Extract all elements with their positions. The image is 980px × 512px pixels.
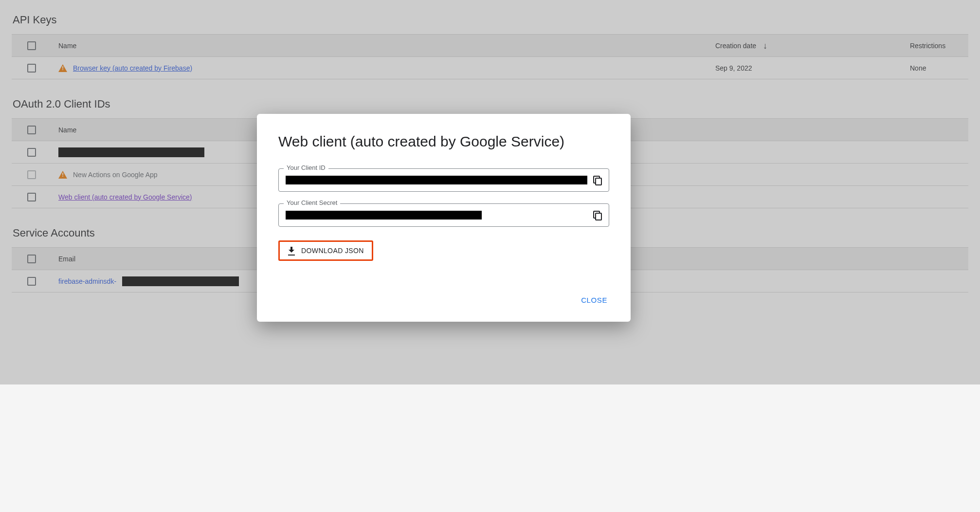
oauth-client-dialog: Web client (auto created by Google Servi… — [257, 114, 631, 322]
client-id-field: Your Client ID — [278, 168, 609, 192]
client-secret-value-redacted — [286, 211, 482, 219]
copy-icon[interactable] — [593, 211, 602, 219]
download-json-button[interactable]: DOWNLOAD JSON — [278, 240, 373, 261]
close-button[interactable]: CLOSE — [579, 292, 609, 308]
download-icon — [288, 247, 295, 255]
dialog-title: Web client (auto created by Google Servi… — [278, 133, 609, 150]
client-secret-field: Your Client Secret — [278, 203, 609, 227]
client-id-value-redacted — [286, 176, 587, 184]
client-secret-label: Your Client Secret — [284, 199, 340, 206]
copy-icon[interactable] — [593, 176, 602, 184]
client-id-label: Your Client ID — [284, 164, 328, 171]
